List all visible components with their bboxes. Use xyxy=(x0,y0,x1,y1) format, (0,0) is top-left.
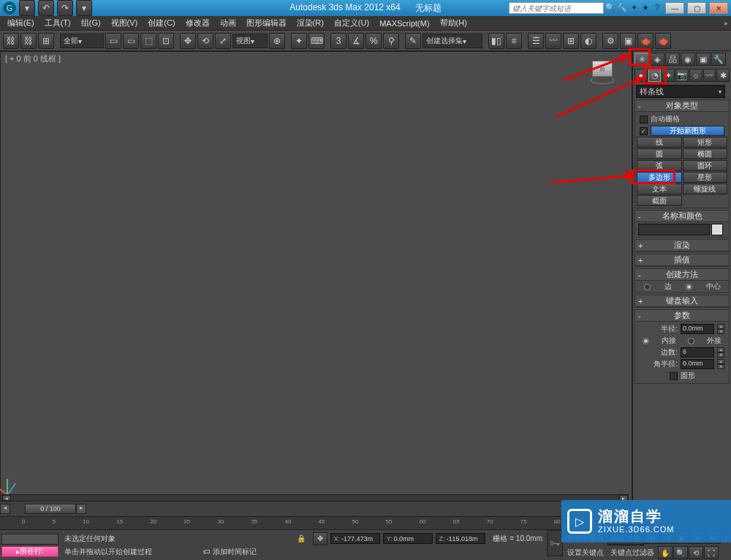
select-icon[interactable]: ▭ xyxy=(105,33,121,49)
display-tab[interactable]: ▣ xyxy=(696,53,711,66)
cameras-cat-icon[interactable]: 📷 xyxy=(675,69,689,82)
coord-mode-icon[interactable]: ✥ xyxy=(313,532,327,545)
esel-icon[interactable]: ✎ xyxy=(405,33,421,49)
inscribe-radio[interactable] xyxy=(643,338,649,344)
window-cross-icon[interactable]: ⊡ xyxy=(158,33,174,49)
systems-cat-icon[interactable]: ✱ xyxy=(716,69,730,82)
shape-section[interactable]: 截面 xyxy=(637,195,682,206)
quick-undo-icon[interactable]: ↶ xyxy=(38,0,54,16)
selection-filter[interactable]: 全部 ▾ xyxy=(60,34,104,48)
h-scrollbar[interactable]: ◂▸ xyxy=(1,494,629,502)
center-radio[interactable] xyxy=(686,284,692,290)
time-track[interactable]: 051015202530354045505560657075808590 xyxy=(0,516,632,529)
mirror-icon[interactable]: ▮▯ xyxy=(488,33,504,49)
move-icon[interactable]: ✥ xyxy=(180,33,196,49)
lights-cat-icon[interactable]: ✦ xyxy=(662,69,675,82)
radius-spinner[interactable]: ▴▾ xyxy=(717,324,724,334)
lock-sel-icon[interactable]: 🔒 xyxy=(297,534,306,542)
layers-icon[interactable]: ☰ xyxy=(528,33,544,49)
shape-text[interactable]: 文本 xyxy=(637,183,682,194)
menu-modifiers[interactable]: 修改器 xyxy=(181,16,214,30)
tool2-icon[interactable]: ✦ xyxy=(629,3,639,13)
rollup-name-color-header[interactable]: -名称和颜色 xyxy=(635,211,729,222)
menu-tools[interactable]: 工具(T) xyxy=(40,16,75,30)
menu-help[interactable]: 帮助(H) xyxy=(436,16,471,30)
align-icon[interactable]: ≡ xyxy=(506,33,522,49)
menu-create[interactable]: 创建(C) xyxy=(143,16,179,30)
select-name-icon[interactable]: ▭ xyxy=(123,33,139,49)
viewport-label[interactable]: [ + 0 前 0 线框 ] xyxy=(5,53,61,64)
shape-circle[interactable]: 圆 xyxy=(637,148,682,159)
menu-view[interactable]: 视图(V) xyxy=(107,16,143,30)
fillet-input[interactable]: 0.0mm xyxy=(681,359,714,369)
rfb-icon[interactable]: ▣ xyxy=(620,33,636,49)
help-search-input[interactable] xyxy=(509,2,604,14)
manip-icon[interactable]: ✦ xyxy=(291,33,307,49)
menu-graph[interactable]: 图形编辑器 xyxy=(242,16,291,30)
bind-icon[interactable]: ⊞ xyxy=(38,33,54,49)
setkey-button[interactable]: 设置关键点 xyxy=(564,546,607,559)
utilities-tab[interactable]: 🔧 xyxy=(711,53,726,66)
rollup-params-header[interactable]: -参数 xyxy=(635,310,729,322)
shape-ellipse[interactable]: 椭圆 xyxy=(683,148,728,159)
autogrid-checkbox[interactable] xyxy=(640,116,648,124)
minimize-button[interactable]: — xyxy=(665,2,684,14)
rollup-keyboard-header[interactable]: +键盘输入 xyxy=(635,295,729,307)
edge-radio[interactable] xyxy=(644,284,651,290)
object-name-input[interactable] xyxy=(638,224,710,235)
shape-star[interactable]: 星形 xyxy=(683,172,728,183)
helpers-cat-icon[interactable]: ☼ xyxy=(689,69,702,82)
ref-coord[interactable]: 视图 ▾ xyxy=(232,34,268,48)
shape-donut[interactable]: 圆环 xyxy=(683,160,728,171)
quick-open-icon[interactable]: ▾ xyxy=(19,0,35,16)
time-slider[interactable]: ◂ 0 / 100 ▸ xyxy=(0,502,632,516)
rotate-icon[interactable]: ⟲ xyxy=(197,33,213,49)
menu-group[interactable]: 组(G) xyxy=(77,16,105,30)
script-mini[interactable] xyxy=(1,534,58,545)
shapes-cat-icon[interactable]: ◔ xyxy=(648,69,662,82)
app-logo[interactable]: G xyxy=(3,1,16,15)
shape-type-dropdown[interactable]: 样条线 xyxy=(636,85,725,98)
named-sel-set[interactable]: 创建选择集 ▾ xyxy=(423,34,482,48)
help-icon[interactable]: ? xyxy=(652,3,662,13)
coord-z[interactable]: Z:-115.018m xyxy=(436,533,485,544)
nav-max-icon[interactable]: ⛶ xyxy=(704,546,719,559)
object-color-swatch[interactable] xyxy=(711,224,723,235)
quick-redo-icon[interactable]: ↷ xyxy=(57,0,73,16)
rollup-method-header[interactable]: -创建方法 xyxy=(635,269,729,281)
menu-custom[interactable]: 自定义(U) xyxy=(330,16,374,30)
render-icon[interactable]: 🫖 xyxy=(637,33,654,49)
nav-orbit-icon[interactable]: ⟲ xyxy=(689,546,703,559)
curve-ed-icon[interactable]: 〰 xyxy=(545,33,561,49)
mat-ed-icon[interactable]: ◐ xyxy=(580,33,596,49)
render-prod-icon[interactable]: 🫖 xyxy=(655,33,671,49)
rollup-render-header[interactable]: +渲染 xyxy=(635,240,729,251)
select-rect-icon[interactable]: ⬚ xyxy=(140,33,156,49)
pivot-icon[interactable]: ⊕ xyxy=(269,33,285,49)
maximize-button[interactable]: ▢ xyxy=(687,2,706,14)
link-icon[interactable]: ⛓ xyxy=(3,33,19,49)
coord-y[interactable]: Y:0.0mm xyxy=(383,533,433,544)
close-button[interactable]: ✕ xyxy=(709,2,728,14)
key-filter-button[interactable]: 关键点过滤器 xyxy=(607,546,657,559)
modify-tab[interactable]: ◈ xyxy=(650,53,664,66)
hierarchy-tab[interactable]: 品 xyxy=(665,53,680,66)
spinner-snap-icon[interactable]: ⚲ xyxy=(383,33,399,49)
scale-icon[interactable]: ⤢ xyxy=(215,33,231,49)
fillet-spinner[interactable]: ▴▾ xyxy=(717,359,724,369)
psnap-icon[interactable]: % xyxy=(366,33,382,49)
search-icon[interactable]: 🔍 xyxy=(605,3,616,13)
menu-edit[interactable]: 编辑(E) xyxy=(3,16,39,30)
viewport[interactable]: [ + 0 前 0 线框 ] 前 xyxy=(0,51,632,502)
quick-more-icon[interactable]: ▾ xyxy=(76,0,92,16)
location-tag[interactable]: ▸ 所在行: xyxy=(1,546,58,557)
key-lock-icon[interactable]: 🗝 xyxy=(547,530,563,556)
rollup-interp-header[interactable]: +插值 xyxy=(635,254,729,266)
shape-ngon[interactable]: 多边形 xyxy=(637,172,682,183)
newshape-button[interactable]: 开始新图形 xyxy=(651,126,724,136)
radius-input[interactable]: 0.0mm xyxy=(681,324,714,334)
schematic-icon[interactable]: ⊞ xyxy=(563,33,579,49)
viewcube-face[interactable]: 前 xyxy=(592,61,613,77)
asnap-icon[interactable]: ∡ xyxy=(348,33,364,49)
tool1-icon[interactable]: 🔧 xyxy=(617,3,627,13)
